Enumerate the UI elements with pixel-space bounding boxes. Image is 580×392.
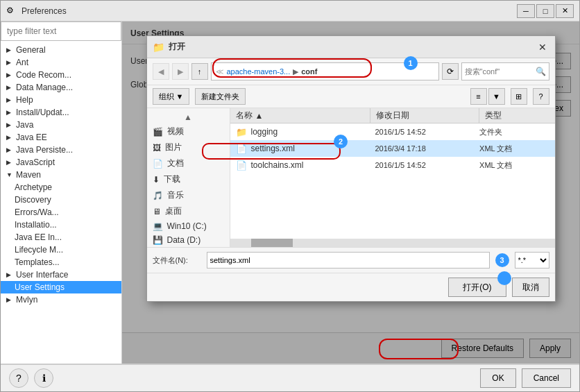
col-name-label: 名称: [236, 110, 253, 121]
sidebar-item-java[interactable]: ▶ Java: [1, 119, 121, 131]
sidebar-item-javapersist[interactable]: ▶ Java Persiste...: [1, 144, 121, 156]
preferences-window: ⚙ Preferences ─ □ ✕ ▶ General ▶ Ant ▶: [0, 0, 580, 392]
dialog-toolbar: 组织 ▼ 新建文件夹 ≡ ▼ ⊞ ?: [147, 85, 555, 108]
nav-back-button[interactable]: ◀: [153, 63, 169, 80]
file-date-toolchains: 2016/1/5 14:52: [375, 161, 479, 169]
sidebar-item-javaee-in[interactable]: Java EE In...: [1, 231, 121, 244]
left-panel-data[interactable]: 💾 Data (D:): [147, 233, 230, 247]
left-panel-label: 图片: [165, 142, 182, 153]
sidebar-item-label: Help: [16, 95, 33, 105]
list-view-button[interactable]: ≡: [470, 88, 487, 105]
right-panel: User Settings User Settings: Browse... G…: [122, 22, 579, 364]
col-type-label: 类型: [485, 110, 502, 121]
file-row-settings[interactable]: 📄 settings.xml 2016/3/4 17:18 XML 文档: [230, 140, 555, 157]
scroll-up-button[interactable]: ▲: [147, 111, 230, 123]
title-bar: ⚙ Preferences ─ □ ✕: [1, 1, 579, 22]
sidebar-item-installation[interactable]: Installatio...: [1, 219, 121, 231]
filename-input[interactable]: [207, 252, 490, 269]
close-button[interactable]: ✕: [556, 4, 574, 18]
sidebar-item-userinterface[interactable]: ▶ User Interface: [1, 269, 121, 281]
help-button[interactable]: ?: [533, 88, 549, 105]
file-name-label: settings.xml: [251, 144, 295, 153]
left-panel-downloads[interactable]: ⬇ 下载: [147, 171, 230, 187]
sidebar-item-templates[interactable]: Templates...: [1, 256, 121, 269]
view-buttons: ≡ ▼: [470, 88, 505, 105]
sort-asc-icon: ▲: [255, 111, 264, 121]
left-panel-label: 下载: [164, 173, 180, 185]
cancel-button[interactable]: Cancel: [522, 368, 571, 388]
file-row-toolchains[interactable]: 📄 toolchains.xml 2016/1/5 14:52 XML 文档: [230, 157, 555, 173]
sidebar-item-javascript[interactable]: ▶ JavaScript: [1, 156, 121, 169]
breadcrumb-separator: ▶: [293, 67, 298, 76]
horizontal-scrollbar[interactable]: [230, 239, 555, 247]
chevron-icon: ▶: [6, 84, 13, 91]
new-folder-button[interactable]: 新建文件夹: [195, 88, 246, 105]
sidebar-item-code[interactable]: ▶ Code Recom...: [1, 69, 121, 81]
dialog-open-button[interactable]: 打开(O): [448, 278, 506, 297]
col-name-header[interactable]: 名称 ▲: [230, 108, 371, 123]
sidebar-item-maven[interactable]: ▼ Maven: [1, 169, 121, 181]
left-panel-video[interactable]: 🎬 视频: [147, 123, 230, 139]
sidebar-item-install[interactable]: ▶ Install/Updat...: [1, 106, 121, 119]
view-dropdown-button[interactable]: ▼: [488, 88, 505, 105]
left-panel-docs[interactable]: 📄 文档: [147, 155, 230, 171]
left-panel-images[interactable]: 🖼 图片: [147, 139, 230, 155]
file-dialog: 📁 打开 ✕ ◀ ▶ ↑ ≪ apache-maven-3... ▶: [146, 35, 556, 302]
col-date-header[interactable]: 修改日期: [370, 108, 479, 123]
dialog-close-button[interactable]: ✕: [536, 40, 549, 54]
bottom-right: OK Cancel: [480, 368, 571, 388]
minimize-button[interactable]: ─: [517, 4, 535, 18]
filter-input[interactable]: [1, 22, 121, 41]
sidebar-item-javaee[interactable]: ▶ Java EE: [1, 131, 121, 144]
left-panel-desktop[interactable]: 🖥 桌面: [147, 203, 230, 219]
chevron-icon: ▶: [6, 146, 13, 153]
ok-button[interactable]: OK: [480, 368, 515, 388]
nav-up-button[interactable]: ↑: [191, 63, 208, 80]
scrollbar-thumb[interactable]: [251, 239, 293, 247]
left-panel: ▲ 🎬 视频 🖼 图片 📄 文档: [147, 108, 230, 247]
bottom-bar: ? ℹ OK Cancel: [1, 364, 579, 391]
search-input[interactable]: [465, 67, 534, 76]
sidebar-item-lifecycle[interactable]: Lifecycle M...: [1, 244, 121, 256]
sidebar-item-general[interactable]: ▶ General: [1, 44, 121, 56]
file-date-settings: 2016/3/4 17:18: [375, 144, 479, 153]
dialog-title-bar: 📁 打开 ✕: [147, 36, 555, 58]
filename-label: 文件名(N):: [153, 255, 201, 266]
filetype-select[interactable]: *.*: [515, 252, 549, 269]
col-type-header[interactable]: 类型: [479, 108, 555, 123]
chevron-icon: ▶: [6, 134, 13, 141]
left-panel-win10[interactable]: 💻 Win10 (C:): [147, 219, 230, 233]
sidebar-item-discovery[interactable]: Discovery: [1, 194, 121, 206]
window-title: Preferences: [22, 6, 513, 16]
dialog-cancel-button[interactable]: 取消: [512, 278, 549, 297]
sidebar-item-ant[interactable]: ▶ Ant: [1, 56, 121, 69]
organize-button[interactable]: 组织 ▼: [153, 88, 190, 105]
help-circle-button[interactable]: ?: [9, 368, 28, 388]
sidebar-item-errors[interactable]: Errors/Wa...: [1, 206, 121, 219]
info-circle-button[interactable]: ℹ: [34, 368, 53, 388]
sidebar-item-usersettings[interactable]: User Settings: [1, 281, 121, 293]
file-date-logging: 2016/1/5 14:52: [375, 128, 479, 136]
sidebar-item-label: Install/Updat...: [16, 108, 69, 117]
chevron-icon: ▶: [6, 46, 13, 53]
main-content: ▶ General ▶ Ant ▶ Code Recom... ▶ Data M…: [1, 22, 579, 364]
breadcrumb-parent[interactable]: apache-maven-3...: [227, 67, 291, 76]
refresh-button[interactable]: ⟳: [442, 63, 459, 80]
left-panel-label: 音乐: [167, 189, 184, 201]
left-panel-music[interactable]: 🎵 音乐: [147, 187, 230, 203]
sidebar-item-data[interactable]: ▶ Data Manage...: [1, 81, 121, 94]
dialog-icon: 📁: [153, 42, 164, 53]
sidebar-item-label: Maven: [16, 170, 41, 180]
nav-forward-button[interactable]: ▶: [172, 63, 189, 80]
sidebar-item-help[interactable]: ▶ Help: [1, 94, 121, 106]
dialog-body: ▲ 🎬 视频 🖼 图片 📄 文档: [147, 108, 555, 247]
file-row-logging[interactable]: 📁 logging 2016/1/5 14:52 文件夹: [230, 123, 555, 140]
details-view-button[interactable]: ⊞: [511, 88, 527, 105]
annotation-circle-3: 3: [495, 253, 509, 267]
left-panel-label: Win10 (C:): [167, 221, 207, 231]
search-bar: 🔍: [461, 62, 549, 80]
sidebar-item-archetype[interactable]: Archetype: [1, 181, 121, 194]
folder-icon: 📁: [236, 127, 247, 137]
maximize-button[interactable]: □: [536, 4, 554, 18]
sidebar-item-mvlyn[interactable]: ▶ Mvlyn: [1, 293, 121, 306]
